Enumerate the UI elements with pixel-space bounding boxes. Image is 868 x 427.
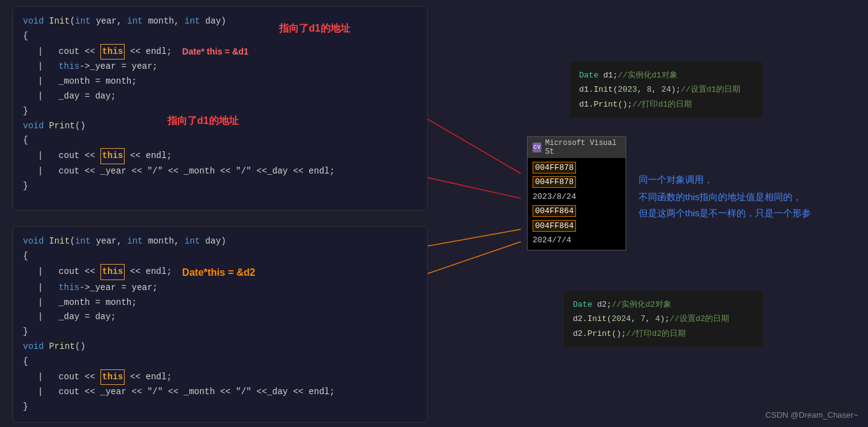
vs-content: 004FF878 004FF878 2023/8/24 004FF864 004… — [528, 158, 626, 250]
snippet-line: d1.Print();//打印d1的日期 — [579, 97, 754, 112]
this-keyword-3: this — [100, 264, 125, 280]
code-line-this4: | cout << this << endl; — [38, 369, 417, 385]
code-line: | cout << _year << "/" << _month << "/" … — [38, 385, 417, 400]
this-keyword-4: this — [100, 369, 125, 385]
explain-line3: 但是这两个this是不一样的，只是一个形参 — [639, 205, 849, 221]
this-keyword-1: this — [100, 44, 125, 60]
code-line: } — [23, 179, 417, 194]
explanation-block: 同一个对象调用， 不同函数的this指向的地址值是相同的， 但是这两个this是… — [639, 170, 849, 221]
explain-line2: 不同函数的this指向的地址值是相同的， — [639, 189, 849, 205]
vs-output-window: cv Microsoft Visual St 004FF878 004FF878… — [527, 136, 626, 250]
vs-icon: cv — [533, 143, 541, 152]
code-line-this2: | cout << this << endl; — [38, 148, 417, 164]
vs-line: 004FF864 — [533, 204, 621, 218]
snippet-line: d1.Init(2023, 8, 24);//设置d1的日期 — [579, 82, 754, 97]
code-line: | _month = month; — [38, 296, 417, 310]
vs-line: 2023/8/24 — [533, 190, 621, 204]
code-line: | _day = day; — [38, 310, 417, 325]
this-keyword-2: this — [100, 148, 125, 164]
code-line: | this->_year = year; — [38, 59, 417, 74]
explain-line1: 同一个对象调用， — [639, 170, 849, 189]
snippet-line: d2.Print();//打印d2的日期 — [573, 327, 754, 341]
vs-titlebar: cv Microsoft Visual St — [528, 137, 626, 158]
code-block-d1: void Init(int year, int month, int day) … — [12, 6, 428, 211]
code-line: { — [23, 133, 417, 148]
code-line: void Init(int year, int month, int day) — [23, 234, 417, 249]
code-line: { — [23, 29, 417, 44]
code-block-d2: void Init(int year, int month, int day) … — [12, 226, 428, 423]
annotation-d1-init: 指向了d1的地址 — [279, 22, 350, 35]
code-line: void Print() — [23, 340, 417, 354]
snippet-line: Date d2;//实例化d2对象 — [573, 297, 754, 312]
code-line: } — [23, 325, 417, 340]
vs-line: 004FF878 — [533, 161, 621, 175]
code-line: { — [23, 354, 417, 369]
vs-line: 2024/7/4 — [533, 233, 621, 247]
code-line-this1: | cout << this << endl; Date* this = &d1 — [38, 44, 417, 60]
code-line: | this->_year = year; — [38, 281, 417, 296]
code-line: { — [23, 249, 417, 264]
code-line: | cout << _year << "/" << _month << "/" … — [38, 164, 417, 179]
watermark: CSDN @Dream_Chaser~ — [766, 410, 858, 420]
vs-title: Microsoft Visual St — [545, 139, 621, 156]
vs-line: 004FF878 — [533, 175, 621, 189]
vs-line: 004FF864 — [533, 219, 621, 233]
snippet-line: d2.Init(2024, 7, 4);//设置d2的日期 — [573, 312, 754, 326]
code-line: | _day = day; — [38, 89, 417, 104]
code-line: void Init(int year, int month, int day) — [23, 14, 417, 29]
snippet-d1: Date d1;//实例化d1对象 d1.Init(2023, 8, 24);/… — [570, 62, 763, 118]
code-line: | _month = month; — [38, 74, 417, 89]
code-line-this3: | cout << this << endl; Date*this = &d2 — [38, 264, 417, 281]
annotation-d1-print: 指向了d1的地址 — [167, 115, 239, 128]
snippet-line: Date d1;//实例化d1对象 — [579, 68, 754, 82]
code-line: } — [23, 400, 417, 415]
snippet-d2: Date d2;//实例化d2对象 d2.Init(2024, 7, 4);//… — [564, 291, 763, 347]
